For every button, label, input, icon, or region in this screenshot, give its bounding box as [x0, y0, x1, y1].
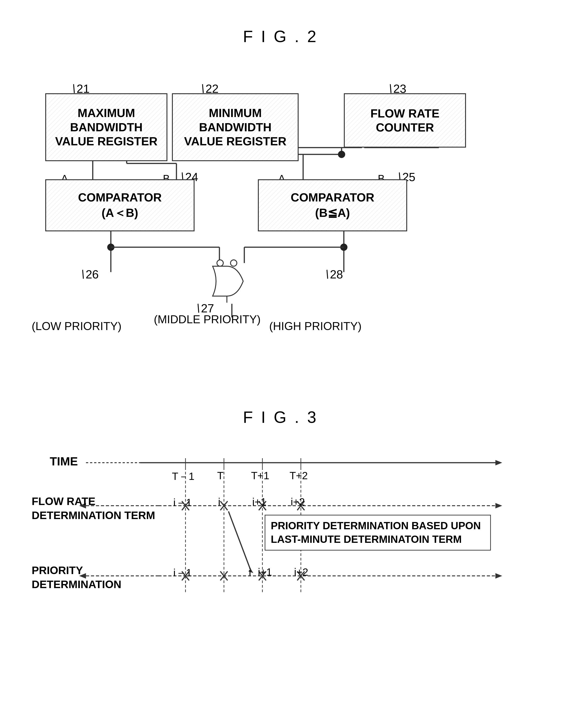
- tick-t-plus2: T+2: [289, 469, 308, 482]
- low-priority-label: (LOW PRIORITY): [32, 320, 122, 333]
- flow-i-plus1: i+1: [252, 496, 267, 508]
- svg-marker-57: [495, 573, 502, 579]
- middle-priority-label: (MIDDLE PRIORITY): [154, 313, 261, 326]
- fig2-diagram: /21 MAXIMUM BANDWIDTH VALUE REGISTER /22…: [32, 64, 529, 381]
- priority-i-plus1: i+1: [258, 566, 272, 578]
- priority-i-minus1: i－1: [173, 566, 192, 580]
- svg-marker-39: [495, 503, 502, 508]
- tick-t-minus1: T－1: [172, 469, 195, 484]
- svg-line-53: [229, 511, 251, 571]
- svg-marker-31: [495, 460, 502, 465]
- fig3-diagram: TIME T－1 T T+1 T+2 FLOW RATE DETERMINATI…: [32, 445, 529, 626]
- flow-rate-counter: FLOW RATE COUNTER: [344, 93, 466, 148]
- high-priority-label: (HIGH PRIORITY): [269, 320, 361, 333]
- comparator-2: COMPARATOR (B≦A): [258, 179, 407, 231]
- tick-t-plus1: T+1: [251, 469, 270, 482]
- tick-t: T: [217, 469, 224, 482]
- priority-i-plus2: i+2: [294, 566, 308, 578]
- annotation-line1: PRIORITY DETERMINATION BASED UPON: [271, 519, 485, 533]
- svg-point-17: [338, 151, 345, 158]
- flow-i-minus1: i－1: [173, 496, 192, 510]
- fig3-title: F I G . 3: [27, 408, 534, 426]
- comparator-1: COMPARATOR (A＜B): [45, 179, 195, 231]
- or-gate: [208, 259, 258, 304]
- fig2-title: F I G . 2: [27, 27, 534, 46]
- annotation-box: PRIORITY DETERMINATION BASED UPON LAST-M…: [265, 515, 491, 551]
- priority-i: i: [249, 566, 251, 578]
- ref-26: /26: [81, 268, 99, 281]
- svg-point-27: [217, 260, 223, 266]
- fig3-section: F I G . 3: [27, 408, 534, 626]
- svg-point-28: [231, 260, 237, 266]
- priority-determination-label: PRIORITY DETERMINATION: [32, 563, 121, 592]
- page: F I G . 2: [0, 0, 561, 728]
- time-label: TIME: [50, 455, 78, 468]
- ref-28: /28: [326, 268, 343, 281]
- flow-i: i: [218, 496, 220, 508]
- max-bandwidth-register: MAXIMUM BANDWIDTH VALUE REGISTER: [45, 93, 167, 161]
- min-bandwidth-register: MINIMUM BANDWIDTH VALUE REGISTER: [172, 93, 298, 161]
- annotation-line2: LAST-MINUTE DETERMINATOIN TERM: [271, 533, 485, 546]
- flow-rate-term-label: FLOW RATE DETERMINATION TERM: [32, 494, 155, 523]
- flow-i-plus2: i+2: [291, 496, 305, 508]
